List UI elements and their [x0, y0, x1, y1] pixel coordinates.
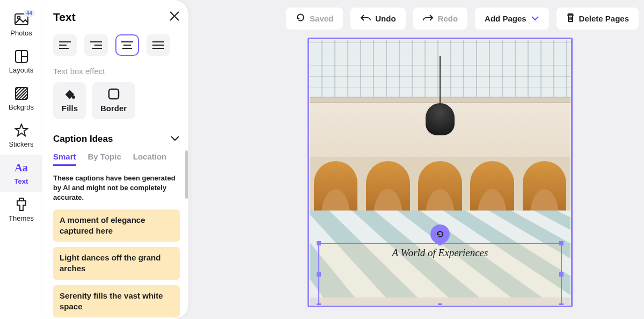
sidebar-item-photos[interactable]: 44 Photos — [0, 6, 42, 44]
themes-icon — [14, 197, 29, 212]
caption-list: A moment of elegance captured here Light… — [53, 209, 180, 318]
alignment-row — [53, 34, 180, 56]
sidebar-item-label: Themes — [9, 214, 34, 222]
add-pages-button[interactable]: Add Pages — [475, 8, 549, 30]
page[interactable]: A World of Experiences — [309, 39, 572, 306]
svg-point-19 — [72, 96, 75, 98]
sidebar-item-themes[interactable]: Themes — [0, 192, 42, 229]
panel-title: Text — [53, 11, 76, 24]
redo-icon — [423, 14, 434, 23]
sidebar-item-label: Text — [14, 177, 28, 185]
fills-icon — [63, 88, 76, 100]
effect-section-label: Text box effect — [53, 67, 180, 76]
resize-handle[interactable] — [559, 272, 564, 277]
stickers-icon — [14, 123, 29, 138]
sidebar-item-label: Layouts — [9, 66, 34, 74]
canvas-area: Saved Undo Redo Add Pages Delete Pages — [188, 0, 644, 319]
resize-handle[interactable] — [559, 303, 564, 305]
delete-pages-button[interactable]: Delete Pages — [557, 8, 639, 30]
caption-suggestion[interactable]: A moment of elegance captured here — [53, 209, 180, 242]
sidebar-item-label: Bckgrds — [9, 103, 34, 111]
align-left-button[interactable] — [53, 34, 77, 56]
chevron-down-icon — [531, 14, 539, 23]
svg-rect-20 — [109, 89, 119, 99]
text-panel: Text Text box effect Fills — [42, 0, 188, 319]
ai-disclaimer: These captions have been generated by AI… — [53, 173, 180, 203]
sidebar-item-label: Stickers — [9, 140, 33, 148]
main-sidebar: 44 Photos Layouts Bckgrds Stickers Aa Te… — [0, 0, 42, 319]
caption-tabs: Smart By Topic Location — [53, 152, 180, 166]
close-icon[interactable] — [169, 10, 180, 25]
chevron-down-icon[interactable] — [170, 133, 180, 144]
fills-button[interactable]: Fills — [53, 82, 86, 119]
resize-handle[interactable] — [317, 303, 321, 305]
resize-handle[interactable] — [438, 303, 442, 305]
sidebar-item-layouts[interactable]: Layouts — [0, 44, 42, 81]
tab-location[interactable]: Location — [133, 152, 167, 166]
page-content: A World of Experiences — [310, 40, 570, 305]
tab-smart[interactable]: Smart — [53, 152, 76, 166]
sidebar-item-label: Photos — [10, 29, 32, 37]
undo-icon — [360, 14, 371, 23]
redo-button[interactable]: Redo — [413, 8, 468, 30]
backgrounds-icon — [14, 86, 29, 101]
caption-suggestion[interactable]: Light dances off the grand arches — [53, 247, 180, 280]
caption-suggestion[interactable]: Serenity fills the vast white space — [53, 285, 180, 318]
photo-chandelier-body — [426, 103, 455, 135]
photo-count-badge: 44 — [24, 10, 35, 17]
photo-arches — [310, 157, 570, 217]
border-icon — [107, 88, 120, 100]
resize-handle[interactable] — [559, 241, 564, 245]
resize-handle[interactable] — [317, 272, 321, 277]
sidebar-item-backgrounds[interactable]: Bckgrds — [0, 81, 42, 118]
trash-icon — [566, 13, 575, 24]
text-box-content[interactable]: A World of Experiences — [319, 244, 561, 259]
scrollbar[interactable] — [185, 150, 188, 199]
text-box-selection[interactable]: A World of Experiences — [318, 243, 562, 305]
resize-handle[interactable] — [317, 241, 321, 245]
sidebar-item-stickers[interactable]: Stickers — [0, 118, 42, 155]
caption-ideas-header: Caption Ideas — [53, 134, 113, 144]
svg-rect-6 — [19, 198, 24, 201]
text-icon: Aa — [14, 160, 29, 175]
saved-status: Saved — [286, 8, 343, 30]
top-toolbar: Saved Undo Redo Add Pages Delete Pages — [286, 8, 639, 30]
border-button[interactable]: Border — [92, 82, 135, 119]
tab-by-topic[interactable]: By Topic — [88, 152, 121, 166]
refresh-icon — [296, 13, 305, 24]
align-justify-button[interactable] — [147, 34, 170, 56]
align-center-button[interactable] — [115, 34, 139, 56]
undo-button[interactable]: Undo — [350, 8, 405, 30]
align-right-button[interactable] — [84, 34, 108, 56]
resize-handle[interactable] — [438, 241, 442, 245]
sidebar-item-text[interactable]: Aa Text — [0, 155, 42, 192]
layouts-icon — [14, 49, 29, 64]
